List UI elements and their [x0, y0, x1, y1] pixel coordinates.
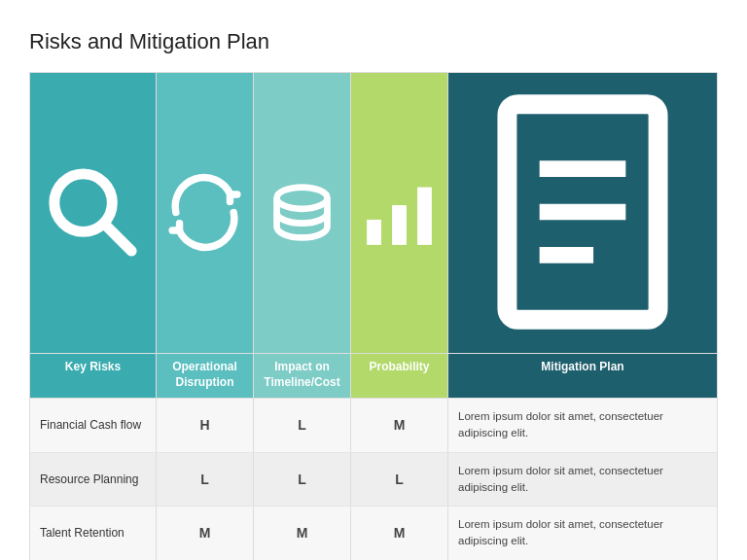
refresh-icon	[161, 169, 248, 256]
mitigation-text: Lorem ipsum dolor sit amet, consectetuer…	[448, 507, 718, 560]
page-title: Risks and Mitigation Plan	[29, 29, 718, 54]
table-row: Talent RetentionMMMLorem ipsum dolor sit…	[30, 507, 718, 560]
icon-operational	[157, 73, 254, 354]
svg-rect-3	[367, 219, 381, 244]
operational-value: L	[157, 452, 254, 507]
document-icon	[453, 83, 712, 341]
probability-value: M	[351, 399, 448, 453]
icon-key-risks	[30, 73, 157, 354]
operational-value: H	[157, 399, 254, 453]
header-mitigation: Mitigation Plan	[448, 354, 718, 399]
impact-value: L	[254, 452, 351, 507]
svg-rect-5	[417, 187, 432, 244]
svg-point-2	[277, 187, 328, 208]
search-icon	[35, 155, 151, 270]
operational-value: M	[157, 507, 254, 560]
probability-value: M	[351, 507, 448, 560]
mitigation-text: Lorem ipsum dolor sit amet, consectetuer…	[448, 399, 718, 453]
header-key-risks: Key Risks	[30, 354, 157, 399]
risk-name: Financial Cash flow	[30, 399, 157, 453]
icon-row	[30, 73, 718, 354]
mitigation-text: Lorem ipsum dolor sit amet, consectetuer…	[448, 452, 718, 507]
impact-value: M	[254, 507, 351, 560]
table-row: Resource PlanningLLLLorem ipsum dolor si…	[30, 452, 718, 507]
risk-name: Talent Retention	[30, 507, 157, 560]
icon-mitigation	[448, 73, 718, 354]
probability-value: L	[351, 452, 448, 507]
header-probability: Probability	[351, 354, 448, 399]
icon-probability	[351, 73, 448, 354]
chart-icon	[356, 169, 443, 256]
svg-line-1	[105, 224, 131, 250]
svg-rect-4	[392, 205, 407, 245]
table-row: Financial Cash flowHLMLorem ipsum dolor …	[30, 399, 718, 453]
coins-icon	[259, 169, 345, 256]
header-row: Key Risks Operational Disruption Impact …	[30, 354, 718, 399]
risk-name: Resource Planning	[30, 452, 157, 507]
table-body: Financial Cash flowHLMLorem ipsum dolor …	[30, 399, 718, 560]
icon-impact	[254, 73, 351, 354]
header-operational: Operational Disruption	[157, 354, 254, 399]
header-impact: Impact on Timeline/Cost	[254, 354, 351, 399]
risks-table: Key Risks Operational Disruption Impact …	[29, 72, 718, 560]
impact-value: L	[254, 399, 351, 453]
